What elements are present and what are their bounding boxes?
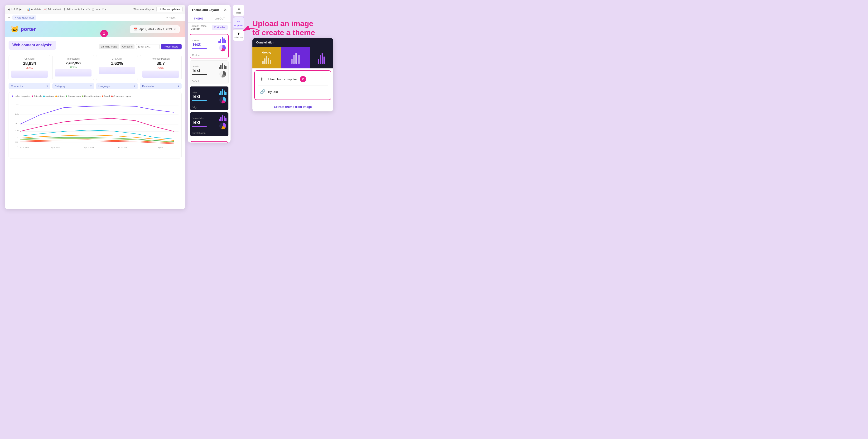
filter-bar: ▼ + Add quick filter ↩ Reset ⋮: [5, 14, 185, 22]
data-icon-label: Data: [236, 12, 241, 14]
legend-comparisons: Comparisons: [66, 95, 81, 97]
svg-text:Apr 15, 2024: Apr 15, 2024: [84, 146, 94, 148]
add-quick-filter-btn[interactable]: + Add quick filter: [12, 15, 36, 20]
svg-text:Apr 22, 2024: Apr 22, 2024: [118, 146, 127, 148]
theme-layout-link[interactable]: Theme and layout: [133, 8, 154, 11]
add-data-btn[interactable]: 📊 Add data: [27, 8, 41, 11]
theme-card-custom[interactable]: Custom Text: [190, 34, 229, 59]
theme-card-constellation[interactable]: Constellation Text: [190, 112, 229, 136]
upload-icon: ⬆: [260, 76, 264, 82]
legend-connectors: Connectors pages: [111, 95, 131, 97]
by-url-label: By URL: [268, 90, 279, 94]
extract-theme-btn[interactable]: Extract theme from image Hide: [191, 141, 228, 142]
edge-pie-chart: [219, 96, 226, 104]
date-range-btn[interactable]: 📅 Apr 2, 2024 - May 1, 2024 ▾: [130, 26, 180, 33]
dashboard-toolbar: ◀ 1 of 17 ▶ | 📊 Add data 📈 Add a chart 🎛…: [5, 5, 185, 14]
theme-card-label-edge: Edge: [190, 105, 228, 110]
metric-change-url-clicks: -0.3%: [11, 67, 48, 70]
metric-label-url-ctr: URL CTR: [99, 58, 135, 60]
chart-area: Looker templates Tutorials solutions Art…: [8, 92, 182, 159]
arrow-annotation: [241, 24, 264, 38]
constellation-panel: Constellation Groovy: [252, 38, 333, 111]
legend-looker: Looker templates: [12, 95, 30, 97]
legend-brand: Brand: [102, 95, 110, 97]
svg-text:Apr 1, 2024: Apr 1, 2024: [20, 146, 29, 148]
chart-legend: Looker templates Tutorials solutions Art…: [12, 95, 179, 97]
main-container: ◀ 1 of 17 ▶ | 📊 Add data 📈 Add a chart 🎛…: [0, 0, 434, 220]
theme-card-default[interactable]: Default Text: [190, 60, 229, 84]
legend-tutorials: Tutorials: [32, 95, 42, 97]
filter-icon: ▼: [8, 16, 10, 19]
extract-theme-row: Extract theme from image Hide: [188, 139, 230, 142]
default-pie-chart: [219, 70, 226, 78]
theme-tabs: THEME LAYOUT: [188, 15, 230, 23]
purple-theme-block: [281, 47, 309, 68]
add-control-btn[interactable]: 🎛 Add a control ▾: [63, 8, 84, 11]
add-chart-btn[interactable]: 📈 Add a chart: [43, 8, 61, 11]
legend-report-templates: Report templates: [82, 95, 100, 97]
extract-theme-link[interactable]: Extract theme from image: [252, 102, 333, 111]
metric-label-url-clicks: Url Clicks: [11, 58, 48, 60]
upload-from-computer-item[interactable]: ⬆ Upload from computer 2: [258, 74, 328, 85]
theme-panel-title: Theme and Layout: [192, 8, 219, 12]
code-btn[interactable]: </>: [86, 8, 90, 11]
svg-text:3k: 3k: [17, 104, 19, 106]
svg-text:0: 0: [17, 145, 18, 147]
category-filter[interactable]: Category ▾: [52, 83, 94, 89]
porter-logo-icon: 🐱: [10, 25, 19, 33]
svg-text:1.5k: 1.5k: [15, 130, 19, 132]
line-chart: 3k 2.5k 2k 1.5k 1k 500 0: [12, 99, 179, 149]
porter-logo: 🐱 porter: [10, 25, 36, 33]
section-title: Web content analysis:: [8, 41, 56, 49]
language-filter[interactable]: Language ▾: [96, 83, 138, 89]
metric-card-avg-position: Average Position 30.7 -5.3%: [140, 55, 182, 80]
current-theme-row: Current Theme Custom Customize: [188, 23, 230, 32]
metric-value-impressions: 2,402,958: [55, 61, 92, 65]
svg-text:Apr 8, 2024: Apr 8, 2024: [51, 146, 59, 148]
tab-layout[interactable]: LAYOUT: [209, 15, 230, 22]
draw-btn[interactable]: ✏ ▾: [96, 8, 100, 11]
destination-filter[interactable]: Destination ▾: [140, 83, 182, 89]
layout-btn[interactable]: ⬚: [92, 8, 94, 11]
metric-change-impressions: +2.3%: [55, 66, 92, 68]
dimension-filters: Connector ▾ Category ▾ Language ▾ Destin…: [8, 83, 182, 89]
reset-link[interactable]: ↩ Reset: [166, 16, 176, 19]
data-icon-btn[interactable]: ≡ Data: [233, 5, 244, 16]
constellation-header: Constellation: [252, 38, 333, 47]
upload-menu: ⬆ Upload from computer 2 🔗 By URL: [254, 70, 331, 100]
metric-card-url-ctr: URL CTR 1.62%: [96, 55, 138, 80]
filter-value-input[interactable]: [136, 44, 160, 49]
metric-chart-url-clicks: [11, 71, 48, 78]
metric-chart-avg-position: [143, 71, 179, 78]
metric-value-avg-position: 30.7: [143, 61, 179, 66]
customize-btn[interactable]: Customize: [212, 25, 228, 30]
tab-theme[interactable]: THEME: [188, 15, 209, 22]
porter-header: 🐱 porter 📅 Apr 2, 2024 - May 1, 2024 ▾: [5, 22, 185, 37]
svg-text:2k: 2k: [15, 123, 17, 125]
by-url-item[interactable]: 🔗 By URL: [258, 87, 328, 97]
dashboard-content: Web content analysis: Landing Page Conta…: [5, 37, 185, 162]
custom-pie-chart: [219, 44, 226, 52]
theme-card-edge[interactable]: Edge Text: [190, 86, 229, 110]
current-theme-label: Current Theme Custom: [191, 25, 207, 30]
close-theme-panel-btn[interactable]: ✕: [224, 8, 227, 12]
theme-panel-header: Theme and Layout ✕: [188, 5, 230, 15]
filter-operator: Contains: [121, 44, 134, 49]
reset-filters-btn[interactable]: Reset filters: [161, 44, 182, 49]
page-nav[interactable]: ◀ 1 of 17 ▶: [8, 8, 21, 11]
constellation-preview: Groovy: [252, 47, 333, 68]
theme-card-label-custom: Custom: [190, 54, 228, 58]
upload-cta-heading: Upload an image to create a theme: [252, 19, 425, 37]
connector-filter[interactable]: Connector ▾: [8, 83, 51, 89]
svg-text:2.5k: 2.5k: [15, 113, 19, 115]
properties-icon: ✏: [237, 19, 240, 24]
dark-theme-block: [310, 47, 333, 68]
filter-field: Landing Page: [99, 44, 119, 49]
theme-card-preview-constellation: Constellation Text: [190, 112, 228, 131]
pause-updates-btn[interactable]: ⏸ Pause updates: [156, 7, 183, 12]
shape-btn[interactable]: □ ▾: [102, 8, 106, 11]
groovy-theme-block: Groovy: [252, 47, 281, 68]
legend-solutions: solutions: [43, 95, 54, 97]
more-options-btn[interactable]: ⋮: [179, 16, 183, 20]
constellation-pie-chart: [219, 122, 226, 130]
